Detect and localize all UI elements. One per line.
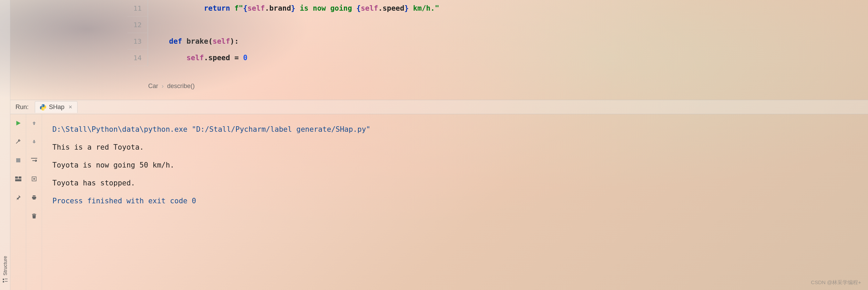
stop-button[interactable] (13, 155, 23, 165)
structure-sidebar[interactable]: Structure (0, 0, 10, 290)
run-tab-name: SHap (49, 104, 64, 111)
console-line: This is a red Toyota. (52, 138, 858, 156)
code-content[interactable]: return f"{self.brand} is now going {self… (152, 0, 868, 66)
svg-point-4 (42, 105, 42, 105)
run-header: Run: SHap × (10, 100, 868, 114)
down-arrow-icon[interactable] (29, 137, 39, 147)
svg-rect-7 (15, 176, 18, 179)
svg-rect-6 (16, 158, 20, 162)
svg-rect-8 (19, 176, 21, 179)
code-line[interactable]: def brake(self): (152, 33, 868, 50)
print-icon[interactable] (29, 193, 39, 202)
wrap-icon[interactable] (29, 155, 39, 165)
code-editor[interactable]: 11 12 13 14 return f"{self.brand} is now… (10, 0, 868, 100)
breadcrumb-method[interactable]: describe() (167, 83, 195, 90)
run-toolbar-left (10, 114, 26, 290)
code-line[interactable]: self.speed = 0 (152, 50, 868, 66)
run-panel: D:\Stall\Python\data\python.exe "D:/Stal… (10, 114, 868, 290)
code-line[interactable] (152, 17, 868, 33)
layout-icon[interactable] (13, 174, 23, 184)
console-line: Toyota is now going 50 km/h. (52, 156, 858, 174)
console-exit: Process finished with exit code 0 (52, 192, 858, 210)
run-tab[interactable]: SHap × (35, 101, 78, 113)
console-command: D:\Stall\Python\data\python.exe "D:/Stal… (52, 120, 858, 138)
chevron-right-icon: › (162, 83, 164, 90)
line-number: 14 (127, 50, 147, 66)
svg-rect-9 (15, 179, 21, 181)
structure-icon (3, 278, 8, 283)
console-line: Toyota has stopped. (52, 174, 858, 192)
watermark: CSDN @林采学编程+ (811, 279, 861, 286)
pin-icon[interactable] (13, 193, 23, 202)
line-number: 13 (127, 33, 147, 50)
up-arrow-icon[interactable] (29, 118, 39, 128)
rerun-button[interactable] (13, 118, 23, 128)
code-line[interactable]: return f"{self.brand} is now going {self… (152, 0, 868, 17)
wrench-icon[interactable] (13, 137, 23, 147)
svg-rect-0 (3, 279, 4, 280)
structure-label: Structure (2, 256, 8, 276)
svg-rect-1 (5, 279, 8, 279)
line-number: 12 (127, 17, 147, 33)
svg-point-5 (44, 109, 44, 110)
run-toolbar-right (26, 114, 42, 290)
line-gutter: 11 12 13 14 (127, 0, 148, 66)
close-icon[interactable]: × (69, 104, 72, 111)
console-output[interactable]: D:\Stall\Python\data\python.exe "D:/Stal… (42, 114, 868, 290)
svg-rect-3 (5, 281, 8, 282)
breadcrumb-class[interactable]: Car (148, 83, 158, 90)
run-label: Run: (16, 104, 29, 111)
trash-icon[interactable] (29, 211, 39, 221)
line-number: 11 (127, 0, 147, 17)
svg-rect-2 (3, 281, 4, 282)
scroll-icon[interactable] (29, 174, 39, 184)
python-icon (40, 104, 46, 110)
breadcrumb[interactable]: Car › describe() (148, 83, 195, 90)
